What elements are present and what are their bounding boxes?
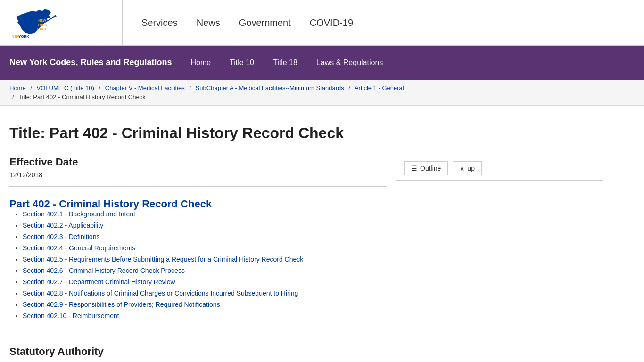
subnav-home[interactable]: Home: [181, 55, 220, 71]
list-item: Section 402.6 - Criminal History Record …: [23, 267, 387, 274]
logo-area: NEW YORK STATE NEW YORK STATE: [9, 0, 123, 45]
list-icon: ☰: [411, 165, 417, 172]
effective-date-heading: Effective Date: [9, 156, 387, 168]
svg-text:NEW: NEW: [38, 19, 46, 22]
section-link[interactable]: Section 402.3 - Definitions: [23, 233, 99, 240]
list-item: Section 402.3 - Definitions: [23, 233, 387, 240]
breadcrumb-home[interactable]: Home: [9, 84, 26, 91]
effective-date-section: Effective Date 12/12/2018: [9, 156, 387, 179]
svg-text:STATE: STATE: [11, 38, 23, 39]
list-item: Section 402.4 - General Requirements: [23, 244, 387, 252]
breadcrumb-volume[interactable]: VOLUME C (Title 10): [37, 84, 94, 91]
sidebar-right: ☰ Outline ∧ up: [396, 156, 603, 181]
subnav-title10[interactable]: Title 10: [220, 55, 264, 71]
breadcrumb: Home / VOLUME C (Title 10) / Chapter V -…: [0, 80, 644, 106]
section-divider-2: [9, 334, 387, 334]
list-item: Section 402.5 - Requirements Before Subm…: [23, 255, 387, 263]
content-left: Effective Date 12/12/2018 Part 402 - Cri…: [9, 156, 387, 358]
main-navigation: Services News Government COVID-19: [123, 17, 353, 28]
list-item: Section 402.9 - Responsibilities of Prov…: [23, 301, 387, 308]
breadcrumb-article[interactable]: Article 1 - General: [355, 84, 404, 91]
outline-box: ☰ Outline ∧ up: [396, 156, 603, 181]
nav-services[interactable]: Services: [141, 17, 178, 28]
part-title-link[interactable]: Part 402 - Criminal History Record Check: [9, 198, 212, 210]
svg-text:YORK: YORK: [38, 23, 47, 26]
list-item: Section 402.8 - Notifications of Crimina…: [23, 289, 387, 297]
section-link[interactable]: Section 402.2 - Applicability: [23, 222, 103, 229]
effective-date-value: 12/12/2018: [9, 171, 387, 179]
svg-marker-1: [54, 15, 57, 18]
list-item: Section 402.1 - Background and Intent: [23, 210, 387, 218]
section-link[interactable]: Section 402.9 - Responsibilities of Prov…: [23, 301, 220, 308]
section-link[interactable]: Section 402.6 - Criminal History Record …: [23, 267, 185, 274]
svg-text:YORK: YORK: [18, 34, 29, 39]
outline-button[interactable]: ☰ Outline: [404, 161, 448, 175]
page-title: Title: Part 402 - Criminal History Recor…: [9, 124, 603, 142]
nav-covid[interactable]: COVID-19: [310, 17, 353, 28]
nav-government[interactable]: Government: [239, 17, 291, 28]
section-link[interactable]: Section 402.4 - General Requirements: [23, 244, 135, 252]
list-item: Section 402.7 - Department Criminal Hist…: [23, 278, 387, 286]
section-link[interactable]: Section 402.7 - Department Criminal Hist…: [23, 278, 175, 286]
statutory-authority-heading: Statutory Authority: [9, 346, 387, 358]
svg-text:STATE: STATE: [37, 27, 48, 31]
breadcrumb-subchapter[interactable]: SubChapter A - Medical Facilities--Minim…: [196, 84, 344, 91]
content-layout: Effective Date 12/12/2018 Part 402 - Cri…: [9, 156, 603, 358]
nys-logo: NEW YORK STATE NEW YORK STATE: [9, 6, 75, 39]
sub-nav-title: New York Codes, Rules and Regulations: [9, 52, 172, 73]
section-link[interactable]: Section 402.8 - Notifications of Crimina…: [23, 289, 298, 297]
subnav-title18[interactable]: Title 18: [264, 55, 307, 71]
section-list: Section 402.1 - Background and IntentSec…: [9, 210, 387, 320]
main-content: Title: Part 402 - Criminal History Recor…: [0, 106, 613, 362]
section-link[interactable]: Section 402.10 - Reimbursement: [23, 312, 119, 320]
top-navigation: NEW YORK STATE NEW YORK STATE Services N…: [0, 0, 644, 46]
up-button[interactable]: ∧ up: [453, 161, 482, 175]
breadcrumb-current: Title: Part 402 - Criminal History Recor…: [18, 93, 146, 100]
nav-news[interactable]: News: [197, 17, 220, 28]
breadcrumb-chapter[interactable]: Chapter V - Medical Facilities: [105, 84, 185, 91]
section-link[interactable]: Section 402.5 - Requirements Before Subm…: [23, 255, 303, 263]
subnav-laws[interactable]: Laws & Regulations: [307, 55, 392, 71]
up-button-label: up: [467, 165, 475, 172]
sub-nav-links: Home Title 10 Title 18 Laws & Regulation…: [172, 55, 392, 71]
list-item: Section 402.2 - Applicability: [23, 222, 387, 229]
sub-navigation: New York Codes, Rules and Regulations Ho…: [0, 46, 644, 80]
section-link[interactable]: Section 402.1 - Background and Intent: [23, 210, 135, 218]
list-item: Section 402.10 - Reimbursement: [23, 312, 387, 320]
section-divider: [9, 186, 387, 187]
chevron-up-icon: ∧: [460, 165, 464, 172]
outline-button-label: Outline: [420, 165, 441, 172]
